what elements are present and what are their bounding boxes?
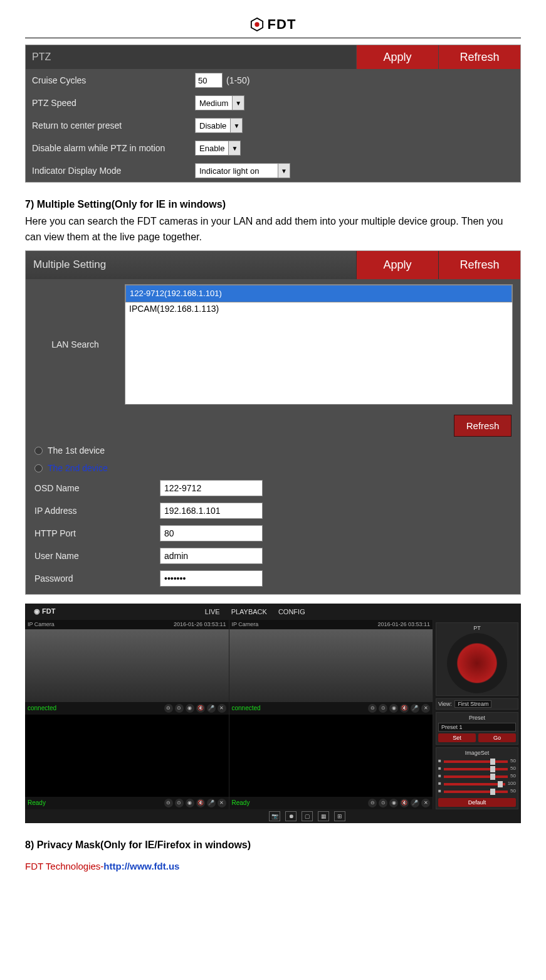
video-cell-3[interactable]: [25, 715, 229, 797]
section-8-heading: 8) Privacy Mask(Only for IE/Firefox in w…: [25, 839, 521, 851]
return-center-label: Return to center preset: [32, 120, 195, 130]
osd-name-input[interactable]: [160, 480, 263, 496]
cell-control-icon[interactable]: ◉: [389, 704, 398, 713]
ptz-wheel[interactable]: [447, 633, 507, 693]
live-brand: ◉ FDT: [25, 607, 64, 615]
pt-panel: PT: [436, 622, 518, 696]
image-slider[interactable]: [444, 783, 505, 786]
http-port-input[interactable]: [160, 525, 263, 541]
cell-control-icon[interactable]: 🎤: [411, 799, 419, 807]
cell-control-icon[interactable]: ✕: [218, 799, 226, 807]
cell-control-icon[interactable]: ✕: [421, 704, 430, 713]
tab-playback[interactable]: PLAYBACK: [231, 608, 267, 615]
device-2-radio[interactable]: The 2nd device: [26, 459, 520, 477]
view-select[interactable]: First Stream: [454, 700, 491, 708]
chevron-down-icon: ▼: [278, 164, 290, 178]
status-connected: connected: [28, 705, 56, 711]
list-item[interactable]: 122-9712(192.168.1.101): [125, 285, 512, 302]
cell-control-icon[interactable]: 🔇: [196, 799, 205, 807]
osd-name-label: OSD Name: [34, 483, 160, 493]
image-slider[interactable]: [444, 760, 508, 763]
ptz-apply-button[interactable]: Apply: [356, 45, 438, 69]
disable-alarm-select[interactable]: Enable▼: [195, 141, 241, 156]
cell-control-icon[interactable]: ✕: [218, 704, 226, 713]
cell-control-icon[interactable]: 🔇: [400, 799, 409, 807]
cell-control-icon[interactable]: 🎤: [207, 704, 216, 713]
layout-4-icon[interactable]: ▦: [318, 811, 329, 821]
tab-live[interactable]: LIVE: [205, 608, 220, 615]
preset-set-button[interactable]: Set: [438, 733, 476, 742]
cell-control-icon[interactable]: ✕: [421, 799, 430, 807]
view-panel: View: First Stream: [436, 698, 518, 710]
cell-control-icon[interactable]: 🔇: [400, 704, 409, 713]
record-icon[interactable]: ⏺: [285, 811, 297, 821]
status-ready: Ready: [232, 799, 250, 806]
imageset-title: ImageSet: [438, 750, 516, 756]
cell-control-icon[interactable]: ⊙: [175, 704, 184, 713]
preset-select[interactable]: Preset 1: [438, 723, 516, 732]
section-7-heading: 7) Multiple Setting(Only for IE in windo…: [25, 199, 521, 210]
section-7-body: Here you can search the FDT cameras in y…: [25, 214, 521, 245]
cell-control-icon[interactable]: ⊖: [368, 704, 377, 713]
svg-point-1: [255, 22, 259, 26]
status-connected: connected: [232, 705, 261, 711]
disable-alarm-label: Disable alarm while PTZ in motion: [32, 143, 195, 153]
user-name-input[interactable]: [160, 548, 263, 564]
tab-config[interactable]: CONFIG: [278, 608, 305, 615]
footer-url[interactable]: http://www.fdt.us: [103, 861, 179, 871]
device-1-radio[interactable]: The 1st device: [26, 442, 520, 459]
brand-name: FDT: [268, 16, 297, 33]
snapshot-icon[interactable]: 📷: [269, 811, 280, 821]
cell-control-icon[interactable]: ⊙: [175, 799, 184, 807]
user-name-label: User Name: [34, 551, 160, 561]
cell-control-icon[interactable]: ⊖: [164, 704, 173, 713]
return-center-select[interactable]: Disable▼: [195, 118, 243, 133]
ptz-refresh-button[interactable]: Refresh: [438, 45, 520, 69]
cell-control-icon[interactable]: ⊙: [379, 799, 387, 807]
password-label: Password: [34, 573, 160, 583]
multiple-setting-panel: Multiple Setting Apply Refresh LAN Searc…: [25, 250, 521, 595]
cell-control-icon[interactable]: 🎤: [207, 799, 216, 807]
list-item[interactable]: IPCAM(192.168.1.113): [125, 302, 512, 315]
layout-1-icon[interactable]: ▢: [302, 811, 313, 821]
radio-icon: [34, 464, 43, 472]
indicator-mode-select[interactable]: Indicator light on▼: [195, 163, 290, 178]
cruise-cycles-input[interactable]: [195, 73, 223, 88]
video-cell-4[interactable]: [229, 715, 433, 797]
osd-timestamp: 2016-01-26 03:53:11: [174, 621, 226, 627]
ptz-speed-label: PTZ Speed: [32, 98, 195, 108]
chevron-down-icon: ▼: [232, 96, 244, 110]
image-slider[interactable]: [444, 775, 508, 778]
ptz-speed-select[interactable]: Medium▼: [195, 95, 244, 110]
cell-control-icon[interactable]: ⊖: [368, 799, 377, 807]
cell-control-icon[interactable]: ◉: [389, 799, 398, 807]
image-slider[interactable]: [444, 791, 508, 793]
lan-refresh-button[interactable]: Refresh: [454, 415, 512, 437]
cell-control-icon[interactable]: ◉: [186, 704, 194, 713]
chevron-down-icon: ▼: [230, 119, 242, 132]
preset-go-button[interactable]: Go: [478, 733, 516, 742]
layout-9-icon[interactable]: ⊞: [334, 811, 345, 821]
brand-header: FDT: [25, 13, 521, 38]
ms-apply-button[interactable]: Apply: [356, 251, 438, 279]
ms-refresh-button[interactable]: Refresh: [438, 251, 520, 279]
lan-device-list[interactable]: 122-9712(192.168.1.101) IPCAM(192.168.1.…: [125, 284, 513, 405]
ip-address-input[interactable]: [160, 503, 263, 519]
video-cell-1[interactable]: [25, 629, 229, 702]
cell-control-icon[interactable]: ◉: [186, 799, 194, 807]
status-ready: Ready: [28, 799, 46, 806]
cell-control-icon[interactable]: 🔇: [196, 704, 205, 713]
cell-control-icon[interactable]: 🎤: [411, 704, 419, 713]
cell-control-icon[interactable]: ⊖: [164, 799, 173, 807]
default-button[interactable]: Default: [438, 798, 516, 807]
image-slider[interactable]: [444, 768, 508, 770]
footer: FDT Technologies-http://www.fdt.us: [25, 861, 521, 871]
cruise-cycles-range: (1-50): [226, 75, 249, 85]
preset-panel: Preset Preset 1 SetGo: [436, 712, 518, 745]
cell-control-icon[interactable]: ⊙: [379, 704, 387, 713]
cruise-cycles-label: Cruise Cycles: [32, 75, 195, 85]
video-cell-2[interactable]: [229, 629, 433, 702]
password-input[interactable]: [160, 570, 263, 587]
brand-logo-icon: [250, 18, 264, 31]
indicator-mode-label: Indicator Display Mode: [32, 166, 195, 176]
